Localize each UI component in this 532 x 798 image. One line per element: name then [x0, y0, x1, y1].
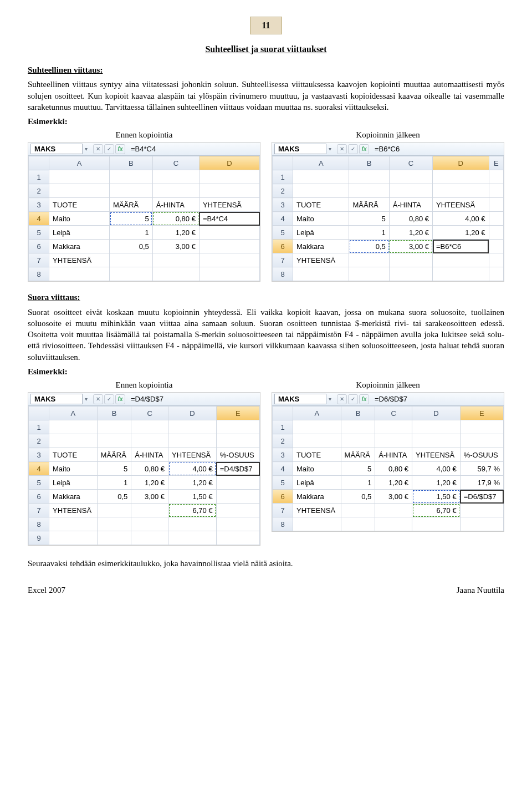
name-box[interactable]: MAKS: [30, 394, 83, 404]
cell[interactable]: [389, 253, 432, 267]
cell[interactable]: [489, 267, 504, 281]
cell[interactable]: MÄÄRÄ: [110, 198, 153, 212]
accept-icon[interactable]: ✓: [104, 144, 114, 154]
row-header[interactable]: 6: [273, 490, 293, 504]
row-header[interactable]: 6: [29, 240, 49, 253]
cell[interactable]: [349, 184, 389, 198]
cell[interactable]: [293, 517, 341, 531]
cell[interactable]: [293, 170, 349, 184]
cell[interactable]: [412, 517, 461, 531]
col-header[interactable]: A: [49, 406, 98, 420]
col-header[interactable]: C: [389, 156, 432, 170]
col-header[interactable]: D: [412, 406, 461, 420]
row-header[interactable]: 7: [273, 504, 293, 517]
cell[interactable]: [460, 434, 503, 448]
row-header[interactable]: 3: [29, 448, 49, 462]
row-header[interactable]: 2: [273, 184, 293, 198]
cell[interactable]: Leipä: [293, 476, 341, 490]
cell[interactable]: TUOTE: [49, 448, 98, 462]
col-header[interactable]: C: [131, 406, 168, 420]
cancel-icon[interactable]: ✕: [337, 394, 347, 404]
cell[interactable]: [199, 253, 259, 267]
col-header[interactable]: B: [110, 156, 153, 170]
cell[interactable]: [349, 267, 389, 281]
row-header[interactable]: 3: [273, 198, 293, 212]
cell[interactable]: [489, 170, 504, 184]
row-header[interactable]: 6: [273, 240, 293, 253]
fx-icon[interactable]: fx: [115, 394, 125, 404]
cell[interactable]: 1,20 €: [168, 476, 217, 490]
cell[interactable]: 3,00 €: [375, 490, 412, 504]
cell[interactable]: [49, 267, 110, 281]
cell[interactable]: YHTEENSÄ: [412, 448, 461, 462]
formula-input[interactable]: =D6/$D$7: [371, 394, 502, 404]
cell[interactable]: [131, 504, 168, 517]
cell[interactable]: [293, 420, 341, 434]
cell[interactable]: [199, 170, 259, 184]
cell[interactable]: 1,20 €: [152, 226, 199, 240]
cell[interactable]: [199, 226, 259, 240]
cell[interactable]: Maito: [293, 212, 349, 226]
row-header[interactable]: 7: [29, 504, 49, 517]
cell[interactable]: Á-HINTA: [131, 448, 168, 462]
cell[interactable]: 1: [110, 226, 153, 240]
cell[interactable]: Maito: [49, 212, 110, 226]
spreadsheet-grid[interactable]: ABCDE123TUOTEMÄÄRÄÁ-HINTAYHTEENSÄ4Maito5…: [272, 156, 504, 281]
cell[interactable]: Maito: [293, 462, 341, 476]
cell[interactable]: [460, 504, 503, 517]
fx-icon[interactable]: fx: [359, 144, 369, 154]
cell[interactable]: [375, 517, 412, 531]
cell[interactable]: [341, 517, 375, 531]
cell[interactable]: [341, 420, 375, 434]
row-header[interactable]: 4: [273, 462, 293, 476]
cell[interactable]: [216, 420, 259, 434]
cell[interactable]: [49, 170, 110, 184]
cell[interactable]: 59,7 %: [460, 462, 503, 476]
row-header[interactable]: 2: [29, 434, 49, 448]
fx-icon[interactable]: fx: [359, 394, 369, 404]
cell[interactable]: 4,00 €: [168, 462, 217, 476]
spreadsheet-grid[interactable]: ABCDE123TUOTEMÄÄRÄÁ-HINTAYHTEENSÄ%-OSUUS…: [272, 406, 504, 531]
name-box[interactable]: MAKS: [274, 144, 326, 154]
cell[interactable]: Leipä: [293, 226, 349, 240]
cell[interactable]: [216, 434, 259, 448]
cell[interactable]: 5: [349, 212, 389, 226]
formula-input[interactable]: =B4*C4: [127, 144, 258, 154]
cell[interactable]: [433, 184, 489, 198]
cell[interactable]: YHTEENSÄ: [168, 448, 217, 462]
cell[interactable]: [199, 267, 259, 281]
col-header[interactable]: C: [152, 156, 199, 170]
cell[interactable]: [168, 517, 217, 531]
cell[interactable]: [216, 504, 259, 517]
cell[interactable]: [110, 253, 153, 267]
cell[interactable]: 4,00 €: [433, 212, 489, 226]
cell[interactable]: 0,5: [341, 490, 375, 504]
cell[interactable]: [49, 184, 110, 198]
cell[interactable]: 1,20 €: [389, 226, 432, 240]
cell[interactable]: YHTEENSÄ: [293, 253, 349, 267]
name-box[interactable]: MAKS: [30, 144, 83, 154]
row-header[interactable]: 8: [29, 517, 49, 531]
cell[interactable]: 3,00 €: [389, 240, 432, 253]
row-header[interactable]: 2: [29, 184, 49, 198]
cell[interactable]: [293, 434, 341, 448]
row-header[interactable]: 6: [29, 490, 49, 504]
row-header[interactable]: 5: [273, 476, 293, 490]
cell[interactable]: [460, 517, 503, 531]
cell[interactable]: [412, 434, 461, 448]
row-header[interactable]: 7: [273, 253, 293, 267]
cell[interactable]: YHTEENSÄ: [293, 504, 341, 517]
cell[interactable]: =B4*C4: [199, 212, 259, 226]
cell[interactable]: 0,80 €: [389, 212, 432, 226]
row-header[interactable]: 1: [29, 170, 49, 184]
name-box-dropdown-icon[interactable]: ▾: [85, 146, 88, 152]
cell[interactable]: %-OSUUS: [460, 448, 503, 462]
cell[interactable]: TUOTE: [293, 198, 349, 212]
col-header[interactable]: E: [216, 406, 259, 420]
cell[interactable]: [216, 531, 259, 545]
cell[interactable]: [341, 434, 375, 448]
cell[interactable]: [131, 434, 168, 448]
formula-input[interactable]: =B6*C6: [371, 144, 502, 154]
cell[interactable]: 5: [110, 212, 153, 226]
cell[interactable]: [489, 184, 504, 198]
